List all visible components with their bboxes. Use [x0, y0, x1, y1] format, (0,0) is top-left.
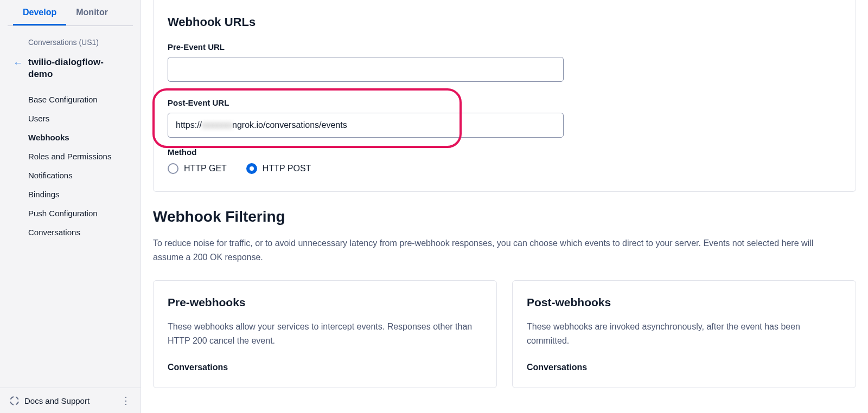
pre-event-input[interactable] [168, 57, 564, 82]
post-event-label: Post-Event URL [168, 98, 841, 107]
post-webhooks-card: Post-webhooks These webhooks are invoked… [512, 280, 856, 388]
post-event-field: Post-Event URL https://xxxxxxxngrok.io/c… [168, 98, 841, 138]
pre-event-field: Pre-Event URL [168, 42, 841, 82]
nav-title-row: ← twilio-dialogflow-demo [13, 56, 127, 80]
pre-webhooks-description: These webhooks allow your services to in… [168, 320, 482, 347]
back-arrow-icon[interactable]: ← [13, 57, 23, 69]
sidebar-item-bindings[interactable]: Bindings [28, 185, 127, 204]
pre-webhooks-subhead: Conversations [168, 363, 482, 372]
main-content: Webhook URLs Pre-Event URL Post-Event UR… [141, 0, 868, 413]
pre-webhooks-title: Pre-webhooks [168, 296, 482, 309]
method-field: Method HTTP GET HTTP POST [168, 147, 841, 174]
docs-support-link[interactable]: Docs and Support [10, 396, 90, 405]
webhook-filtering-heading: Webhook Filtering [153, 208, 856, 225]
pre-webhooks-card: Pre-webhooks These webhooks allow your s… [153, 280, 497, 388]
sidebar-tabs: Develop Monitor [8, 0, 133, 26]
sidebar-item-base-configuration[interactable]: Base Configuration [28, 90, 127, 109]
post-webhooks-description: These webhooks are invoked asynchronousl… [527, 320, 841, 347]
post-event-value-prefix: https:// [176, 120, 202, 130]
sidebar-item-roles-permissions[interactable]: Roles and Permissions [28, 147, 127, 166]
post-event-value-suffix: ngrok.io/conversations/events [232, 120, 347, 130]
sidebar-item-notifications[interactable]: Notifications [28, 166, 127, 185]
sidebar-item-push-configuration[interactable]: Push Configuration [28, 204, 127, 223]
tab-monitor[interactable]: Monitor [66, 0, 118, 25]
nav-title: twilio-dialogflow-demo [28, 56, 127, 80]
radio-http-post[interactable]: HTTP POST [246, 163, 311, 174]
radio-http-get-label: HTTP GET [184, 164, 227, 173]
nav-items: Base Configuration Users Webhooks Roles … [13, 90, 127, 242]
more-icon[interactable]: ⋮ [121, 396, 131, 405]
sidebar-item-conversations[interactable]: Conversations [28, 223, 127, 242]
radio-circle-checked-icon [246, 163, 257, 174]
post-webhooks-title: Post-webhooks [527, 296, 841, 309]
sidebar-footer: Docs and Support ⋮ [0, 388, 141, 413]
post-webhooks-subhead: Conversations [527, 363, 841, 372]
docs-support-label: Docs and Support [24, 396, 90, 405]
sidebar-item-webhooks[interactable]: Webhooks [28, 128, 127, 147]
sidebar-item-users[interactable]: Users [28, 109, 127, 128]
radio-http-get[interactable]: HTTP GET [168, 163, 227, 174]
pre-event-label: Pre-Event URL [168, 42, 841, 51]
post-event-input-wrap: https://xxxxxxxngrok.io/conversations/ev… [168, 113, 564, 138]
method-radio-group: HTTP GET HTTP POST [168, 163, 841, 174]
tab-develop[interactable]: Develop [13, 0, 66, 25]
webhook-urls-card: Webhook URLs Pre-Event URL Post-Event UR… [153, 0, 856, 192]
breadcrumb[interactable]: Conversations (US1) [13, 38, 127, 47]
webhook-cards-row: Pre-webhooks These webhooks allow your s… [153, 280, 856, 388]
webhook-filtering-description: To reduce noise for traffic, or to avoid… [153, 236, 815, 264]
nav-section: Conversations (US1) ← twilio-dialogflow-… [0, 26, 141, 388]
radio-http-post-label: HTTP POST [263, 164, 311, 173]
method-label: Method [168, 147, 841, 157]
post-event-value-redacted: xxxxxxx [202, 120, 232, 130]
post-event-input[interactable]: https://xxxxxxxngrok.io/conversations/ev… [168, 113, 564, 138]
radio-circle-icon [168, 163, 178, 174]
sidebar: Develop Monitor Conversations (US1) ← tw… [0, 0, 141, 413]
support-icon [10, 396, 19, 405]
webhook-urls-heading: Webhook URLs [168, 15, 841, 29]
